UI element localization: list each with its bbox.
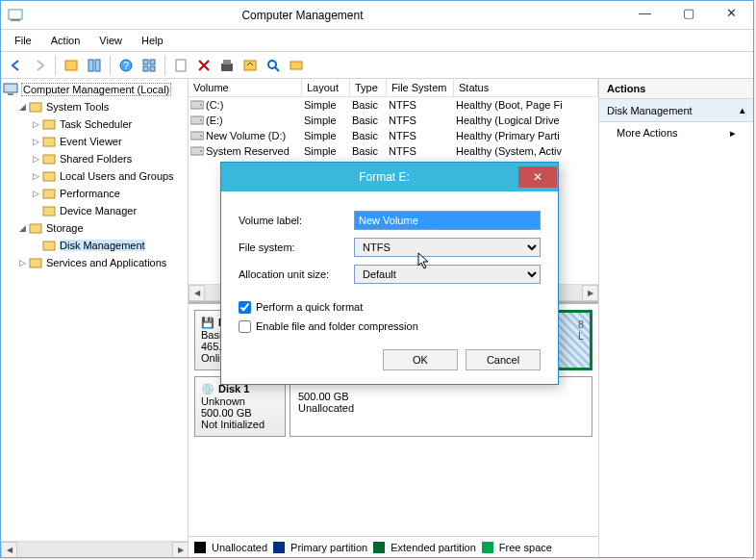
dialog-titlebar[interactable]: Format E: ✕ bbox=[221, 163, 558, 191]
minimize-button[interactable]: — bbox=[623, 3, 667, 22]
volume-row[interactable]: (C:)SimpleBasicNTFSHealthy (Boot, Page F… bbox=[189, 97, 598, 113]
menu-help[interactable]: Help bbox=[134, 32, 171, 49]
legend-label: Extended partition bbox=[391, 542, 476, 553]
volume-label-label: Volume label: bbox=[239, 215, 354, 226]
svg-rect-16 bbox=[290, 62, 302, 69]
tree-item-disk-management[interactable]: Disk Management bbox=[3, 237, 186, 254]
collapse-icon[interactable]: ▴ bbox=[740, 104, 745, 116]
volume-row[interactable]: System ReservedSimpleBasicNTFSHealthy (S… bbox=[189, 143, 598, 159]
scroll-left-icon[interactable]: ◀ bbox=[1, 542, 17, 557]
col-layout[interactable]: Layout bbox=[302, 79, 350, 96]
volume-row[interactable]: New Volume (D:)SimpleBasicNTFSHealthy (P… bbox=[189, 128, 598, 143]
legend-label: Free space bbox=[499, 542, 552, 553]
menu-action[interactable]: Action bbox=[43, 32, 88, 49]
svg-rect-2 bbox=[65, 61, 77, 70]
tb-icon-8[interactable] bbox=[263, 55, 284, 76]
svg-rect-26 bbox=[30, 224, 41, 233]
col-volume[interactable]: Volume bbox=[189, 79, 302, 96]
svg-text:?: ? bbox=[123, 60, 129, 71]
tree-item-event-viewer[interactable]: ▷Event Viewer bbox=[3, 133, 186, 150]
help-button[interactable]: ? bbox=[115, 55, 137, 76]
tree-item-storage[interactable]: ◢Storage bbox=[3, 219, 186, 237]
filesystem-select[interactable]: NTFS bbox=[354, 238, 541, 257]
more-actions-link[interactable]: More Actions ▸ bbox=[599, 122, 753, 144]
expand-icon[interactable]: ▷ bbox=[30, 171, 41, 181]
tree-pane[interactable]: Computer Management (Local) ◢System Tool… bbox=[1, 79, 189, 541]
expand-icon[interactable]: ▷ bbox=[30, 137, 41, 146]
compression-checkbox[interactable] bbox=[239, 320, 251, 333]
legend-label: Unallocated bbox=[212, 542, 267, 553]
tree-node-icon bbox=[28, 255, 43, 270]
scroll-right-icon[interactable]: ▶ bbox=[172, 542, 189, 557]
tb-icon-6[interactable] bbox=[216, 55, 238, 76]
tree-node-icon bbox=[41, 168, 57, 184]
dialog-close-button[interactable]: ✕ bbox=[518, 166, 557, 188]
legend-swatch bbox=[273, 542, 285, 553]
volume-label-input[interactable] bbox=[354, 211, 541, 230]
expand-icon[interactable]: ▷ bbox=[30, 119, 41, 129]
allocation-select[interactable]: Default bbox=[354, 265, 541, 284]
compression-label: Enable file and folder compression bbox=[256, 320, 418, 332]
volume-headers[interactable]: Volume Layout Type File System Status bbox=[189, 79, 598, 97]
legend-swatch bbox=[373, 542, 385, 553]
tb-icon-7[interactable] bbox=[239, 55, 261, 76]
svg-rect-4 bbox=[95, 60, 100, 71]
expand-icon[interactable]: ◢ bbox=[16, 102, 28, 112]
tree-root[interactable]: Computer Management (Local) bbox=[3, 81, 186, 98]
tree-item-task-scheduler[interactable]: ▷Task Scheduler bbox=[3, 115, 186, 133]
allocation-label: Allocation unit size: bbox=[239, 268, 354, 280]
back-button[interactable] bbox=[6, 55, 27, 76]
actions-section[interactable]: Disk Management ▴ bbox=[599, 99, 753, 122]
tb-icon-2[interactable] bbox=[84, 55, 105, 76]
tree-node-icon bbox=[28, 99, 43, 115]
titlebar: Computer Management — ▢ ✕ bbox=[1, 1, 753, 30]
dialog-title: Format E: bbox=[250, 170, 518, 184]
close-button[interactable]: ✕ bbox=[710, 3, 753, 22]
tb-icon-5[interactable] bbox=[170, 55, 191, 76]
expand-icon[interactable]: ▷ bbox=[30, 189, 41, 198]
svg-rect-13 bbox=[223, 60, 231, 64]
filesystem-label: File system: bbox=[239, 242, 354, 253]
tb-delete-icon[interactable] bbox=[193, 55, 214, 76]
menu-view[interactable]: View bbox=[91, 32, 130, 49]
tree-item-local-users-and-groups[interactable]: ▷Local Users and Groups bbox=[3, 167, 186, 185]
col-type[interactable]: Type bbox=[350, 79, 387, 96]
window-title: Computer Management bbox=[0, 9, 623, 22]
svg-point-34 bbox=[200, 135, 202, 137]
scroll-right-icon[interactable]: ▶ bbox=[582, 285, 598, 301]
quick-format-checkbox[interactable] bbox=[239, 301, 251, 314]
format-dialog: Format E: ✕ Volume label: File system: N… bbox=[220, 162, 559, 385]
expand-icon[interactable]: ◢ bbox=[16, 223, 28, 233]
legend-label: Primary partition bbox=[290, 542, 367, 553]
legend-swatch bbox=[194, 542, 206, 553]
tree-item-device-manager[interactable]: Device Manager bbox=[3, 202, 186, 219]
svg-point-30 bbox=[200, 104, 202, 106]
svg-rect-19 bbox=[30, 103, 41, 112]
cancel-button[interactable]: Cancel bbox=[466, 349, 541, 370]
col-status[interactable]: Status bbox=[454, 79, 598, 96]
tb-icon-9[interactable] bbox=[286, 55, 307, 76]
tree-item-services-and-applications[interactable]: ▷Services and Applications bbox=[3, 254, 186, 271]
expand-icon[interactable]: ▷ bbox=[30, 154, 41, 164]
scroll-left-icon[interactable]: ◀ bbox=[189, 285, 205, 301]
drive-icon bbox=[190, 115, 204, 126]
menu-file[interactable]: File bbox=[7, 32, 39, 49]
tree-scrollbar[interactable]: ◀ ▶ bbox=[1, 541, 189, 557]
svg-rect-12 bbox=[221, 64, 233, 71]
tb-icon-1[interactable] bbox=[61, 55, 82, 76]
svg-rect-27 bbox=[43, 242, 55, 250]
volume-row[interactable]: (E:)SimpleBasicNTFSHealthy (Logical Driv… bbox=[189, 113, 598, 128]
ok-button[interactable]: OK bbox=[383, 349, 458, 370]
maximize-button[interactable]: ▢ bbox=[667, 3, 710, 22]
tb-icon-4[interactable] bbox=[139, 55, 160, 76]
tree-item-system-tools[interactable]: ◢System Tools bbox=[3, 98, 186, 115]
forward-button[interactable] bbox=[29, 55, 50, 76]
tree-item-shared-folders[interactable]: ▷Shared Folders bbox=[3, 150, 186, 167]
disk-1-unallocated[interactable]: 500.00 GB Unallocated bbox=[290, 377, 592, 436]
tree-item-performance[interactable]: ▷Performance bbox=[3, 185, 186, 202]
disk-icon: 💿 bbox=[201, 383, 214, 395]
tree-node-icon bbox=[41, 203, 57, 218]
col-fs[interactable]: File System bbox=[387, 79, 454, 96]
expand-icon[interactable]: ▷ bbox=[16, 258, 28, 267]
disk-1-row[interactable]: 💿Disk 1 Unknown 500.00 GB Not Initialize… bbox=[194, 376, 592, 437]
